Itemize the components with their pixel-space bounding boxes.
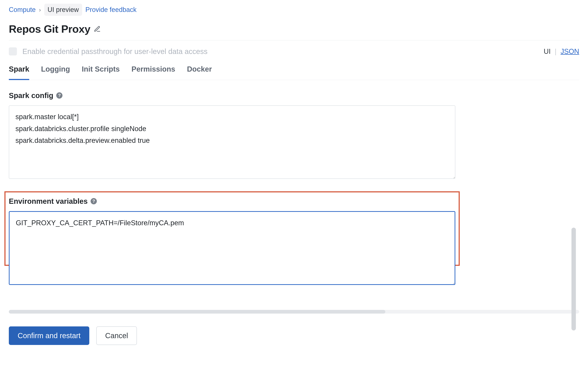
view-toggle: UI | JSON <box>544 46 579 57</box>
view-toggle-json[interactable]: JSON <box>561 46 579 57</box>
vertical-scrollbar-thumb[interactable] <box>571 228 576 330</box>
cancel-button[interactable]: Cancel <box>96 327 137 345</box>
confirm-and-restart-button[interactable]: Confirm and restart <box>9 327 89 345</box>
env-vars-input[interactable] <box>9 211 455 285</box>
horizontal-scrollbar[interactable] <box>9 310 579 313</box>
help-icon[interactable]: ? <box>56 92 63 98</box>
vertical-scrollbar[interactable] <box>571 62 576 330</box>
edit-icon[interactable] <box>94 25 101 33</box>
spark-config-heading: Spark config <box>9 90 53 101</box>
tab-init-scripts[interactable]: Init Scripts <box>82 63 120 80</box>
chevron-right-icon: › <box>39 5 41 14</box>
tab-spark[interactable]: Spark <box>9 63 29 80</box>
env-vars-heading: Environment variables <box>9 196 88 207</box>
credential-passthrough-label: Enable credential passthrough for user-l… <box>22 46 208 57</box>
spark-config-input[interactable] <box>9 105 455 179</box>
env-vars-highlight-box: Environment variables ? <box>4 191 460 266</box>
help-icon[interactable]: ? <box>91 198 97 204</box>
tab-docker[interactable]: Docker <box>187 63 212 80</box>
view-toggle-ui[interactable]: UI <box>544 46 551 57</box>
tab-logging[interactable]: Logging <box>41 63 70 80</box>
provide-feedback-link[interactable]: Provide feedback <box>85 5 137 15</box>
breadcrumb-current: UI preview <box>44 4 82 16</box>
breadcrumb-root-link[interactable]: Compute <box>9 5 36 15</box>
credential-passthrough-checkbox[interactable] <box>9 47 17 56</box>
view-toggle-sep: | <box>555 46 557 57</box>
tab-permissions[interactable]: Permissions <box>132 63 175 80</box>
horizontal-scrollbar-thumb[interactable] <box>9 310 385 313</box>
tabs: Spark Logging Init Scripts Permissions D… <box>9 63 579 80</box>
breadcrumb: Compute › UI preview Provide feedback <box>9 4 579 16</box>
page-title: Repos Git Proxy <box>9 21 90 37</box>
